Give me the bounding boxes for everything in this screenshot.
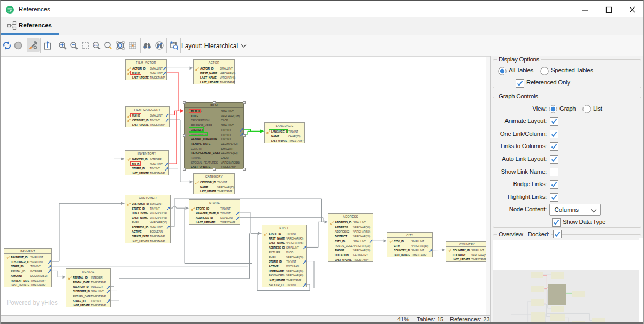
svg-text:1:1: 1:1: [94, 43, 98, 47]
